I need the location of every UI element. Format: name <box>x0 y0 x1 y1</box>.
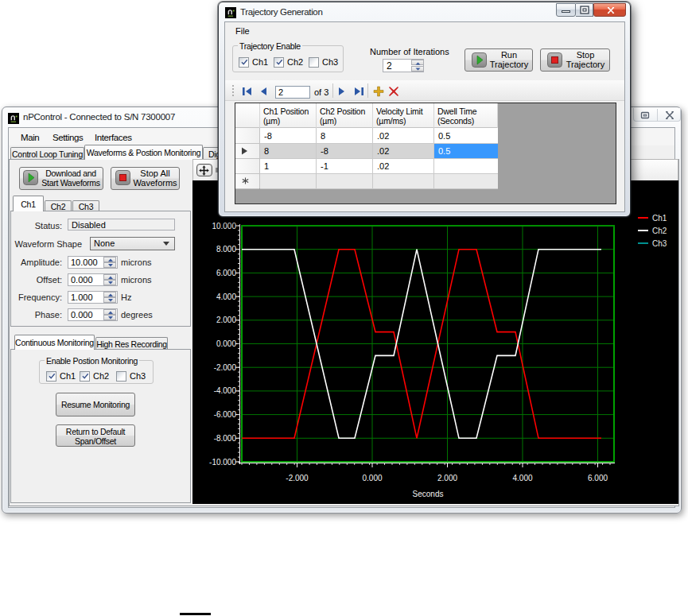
svg-text:6.000: 6.000 <box>588 474 608 482</box>
svg-text:4.000: 4.000 <box>216 293 236 301</box>
svg-text:-8.000: -8.000 <box>214 434 237 443</box>
svg-text:Seconds: Seconds <box>413 490 444 498</box>
svg-text:-6.000: -6.000 <box>214 410 237 419</box>
svg-text:2.000: 2.000 <box>437 474 457 482</box>
svg-text:Ch3: Ch3 <box>652 239 667 248</box>
svg-text:-10.000: -10.000 <box>209 458 236 467</box>
svg-text:10.000: 10.000 <box>212 222 236 231</box>
svg-text:2.000: 2.000 <box>216 316 236 324</box>
svg-text:Ch1: Ch1 <box>652 214 667 223</box>
svg-text:4.000: 4.000 <box>512 474 532 482</box>
svg-text:-2.000: -2.000 <box>214 363 237 372</box>
svg-text:Ch2: Ch2 <box>652 227 667 235</box>
svg-text:8.000: 8.000 <box>216 245 236 254</box>
svg-text:6.000: 6.000 <box>216 269 236 277</box>
svg-text:0.000: 0.000 <box>216 339 236 348</box>
svg-text:-4.000: -4.000 <box>214 386 237 395</box>
svg-text:-2.000: -2.000 <box>286 474 309 482</box>
svg-text:0.000: 0.000 <box>362 474 382 482</box>
